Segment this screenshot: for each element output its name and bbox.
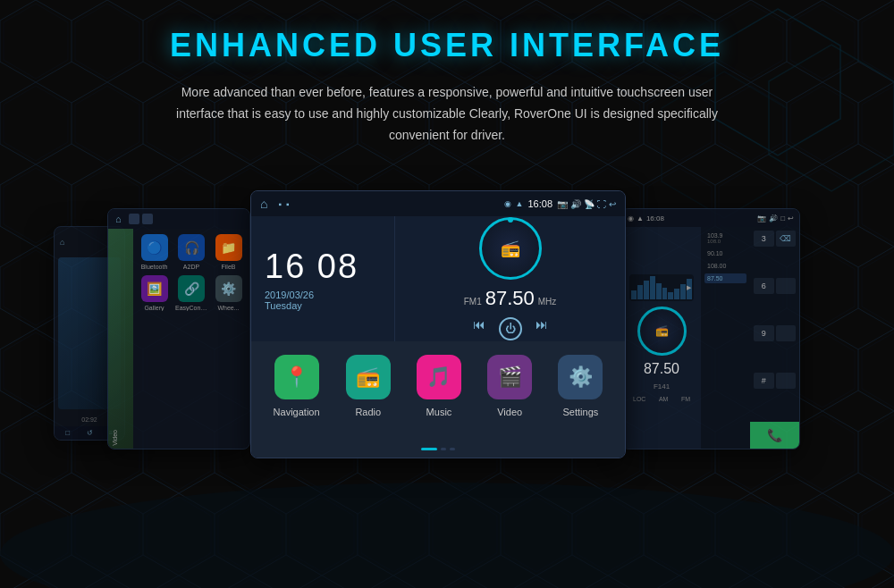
radio-freq-row: FM1 87.50 MHz: [464, 287, 557, 310]
nav-navigation-item[interactable]: 📍 Navigation: [274, 355, 320, 444]
center-right-info: ◉ ▲ 16:08 📷 🔊 📡 ⛶ ↩: [504, 198, 616, 209]
am-label: AM: [659, 396, 669, 402]
center-time: 16:08: [527, 198, 552, 209]
freq-line-4: [650, 276, 655, 299]
station-2[interactable]: 90.10: [704, 248, 746, 258]
navigation-label: Navigation: [274, 407, 320, 417]
left-icon2: [142, 214, 153, 224]
far-left-home-icon: ⌂: [60, 238, 64, 247]
music-icon: 🎵: [417, 355, 461, 399]
settings-icon: ⚙️: [558, 355, 603, 399]
easyconnect-label: EasyConnec...: [175, 305, 207, 311]
page-title: ENHANCED USER INTERFACE: [170, 27, 724, 64]
screen-left: ⌂ Video 🔵 Blueto: [107, 208, 250, 449]
wheel-label: Whee...: [217, 305, 239, 311]
easyconnect-icon: 🔗: [178, 275, 205, 302]
nav-settings-item[interactable]: ⚙️ Settings: [558, 355, 603, 444]
music-label: Music: [426, 407, 452, 417]
far-left-icon2: ↺: [87, 429, 93, 437]
right-cast-icon: □: [780, 214, 785, 223]
vol-icon: 🔊: [570, 199, 581, 209]
app-easyconnect[interactable]: 🔗 EasyConnec...: [175, 275, 207, 311]
left-apps-grid: 🔵 Bluetooth 🎧 A2DP 📁 FileB: [139, 234, 244, 311]
radio-mode-labels: LOC AM FM: [629, 396, 694, 402]
right-arrow-icon[interactable]: ▶: [687, 284, 691, 291]
freq-line-2: [637, 285, 643, 299]
back-icon: ↩: [609, 199, 616, 209]
center-main-area: 16 08 2019/03/26 Tuesday 📻 FM1 87.50 MHz: [251, 216, 625, 341]
clock-section: 16 08 2019/03/26 Tuesday: [251, 216, 394, 341]
left-screen-layout: Video 🔵 Bluetooth 🎧 A2DP: [108, 229, 249, 449]
prev-track-button[interactable]: ⏮: [473, 317, 485, 340]
loc-label: LOC: [633, 396, 645, 402]
station-4-active[interactable]: 87.50: [704, 273, 746, 283]
page-subtitle: More advanced than ever before, features…: [170, 82, 724, 146]
a2dp-icon: 🎧: [178, 234, 205, 261]
fileb-icon: 📁: [215, 234, 242, 261]
radio-band: FM1: [464, 297, 482, 307]
key-empty1: [776, 278, 797, 294]
left-icon1: [129, 214, 139, 224]
nav-music-item[interactable]: 🎵 Music: [417, 355, 461, 444]
right-wifi-icon: ▲: [637, 214, 644, 223]
app-a2dp[interactable]: 🎧 A2DP: [175, 234, 207, 270]
video-icon: 🎬: [487, 355, 532, 399]
right-dial-icon: 📻: [655, 324, 669, 337]
clock-day: Tuesday: [265, 300, 381, 311]
page-content: ENHANCED USER INTERFACE More advanced th…: [0, 0, 894, 476]
dot-1: [421, 448, 437, 450]
signal-icon: ▲: [516, 199, 524, 208]
right-freq-sub: F141: [654, 382, 670, 391]
radio-nav-label: Radio: [355, 407, 381, 417]
left-screen-topbar: ⌂: [108, 209, 249, 229]
right-main-content: ▶ 📻 87.50 F141 LOC AM: [622, 227, 799, 449]
key-6[interactable]: 6: [754, 278, 774, 294]
dot-3: [450, 448, 455, 450]
left-apps-area: 🔵 Bluetooth 🎧 A2DP 📁 FileB: [133, 229, 249, 449]
radio-controls: ⏮ ⏻ ⏭: [473, 317, 548, 340]
right-radio-section: ▶ 📻 87.50 F141 LOC AM: [622, 227, 701, 449]
station-1[interactable]: 103.9 108.0: [704, 231, 746, 246]
gps-icon: ◉: [504, 199, 511, 208]
radio-dial[interactable]: 📻: [479, 217, 542, 280]
screen-center: ⌂ ▪ ▪ ◉ ▲ 16:08 📷 🔊 📡 ⛶: [250, 190, 626, 458]
nav-radio-item[interactable]: 📻 Radio: [346, 355, 391, 444]
key-hash[interactable]: #: [754, 373, 774, 389]
center-icon1: ▪: [278, 199, 282, 209]
freq-line-5: [656, 283, 662, 299]
center-icon2: ▪: [286, 199, 290, 209]
right-freq-bar: ▶: [629, 274, 694, 301]
right-station-list: 103.9 108.0 90.10 108.00 87.50: [701, 227, 750, 449]
freq-line-6: [662, 288, 668, 299]
station-3[interactable]: 108.00: [704, 261, 746, 271]
navigation-icon: 📍: [274, 355, 319, 399]
call-button[interactable]: 📞: [750, 422, 799, 449]
right-keypad: 3 ⌫ 6 9 #: [750, 227, 799, 422]
radio-frequency: 87.50: [485, 287, 535, 310]
a2dp-label: A2DP: [183, 264, 199, 270]
app-fileb[interactable]: 📁 FileB: [213, 234, 244, 270]
right-back-icon: ↩: [788, 214, 794, 223]
key-backspace[interactable]: ⌫: [776, 231, 797, 247]
settings-label: Settings: [563, 407, 599, 417]
fm-label: FM: [681, 396, 690, 402]
right-signal-icon: ◉: [628, 214, 634, 223]
cast-icon: 📡: [584, 199, 595, 209]
key-3[interactable]: 3: [754, 231, 774, 247]
key-empty2: [776, 325, 797, 341]
clock-date: 2019/03/26: [265, 290, 381, 300]
next-track-button[interactable]: ⏭: [536, 317, 548, 340]
power-button[interactable]: ⏻: [499, 317, 522, 340]
center-home-icon: ⌂: [260, 197, 267, 211]
far-left-icon1: □: [65, 429, 70, 437]
left-video-thumb: Video: [108, 229, 133, 449]
right-radio-dial[interactable]: 📻: [637, 307, 687, 356]
center-screen-wrapper: ⌂ ▪ ▪ ◉ ▲ 16:08 📷 🔊 📡 ⛶: [251, 191, 625, 458]
app-gallery[interactable]: 🖼️ Gallery: [139, 275, 170, 311]
bluetooth-label: Bluetooth: [141, 264, 168, 270]
key-9[interactable]: 9: [754, 325, 774, 341]
nav-video-item[interactable]: 🎬 Video: [487, 355, 532, 444]
gallery-icon: 🖼️: [141, 275, 168, 302]
app-wheel[interactable]: ⚙️ Whee...: [213, 275, 244, 311]
app-bluetooth[interactable]: 🔵 Bluetooth: [139, 234, 170, 270]
